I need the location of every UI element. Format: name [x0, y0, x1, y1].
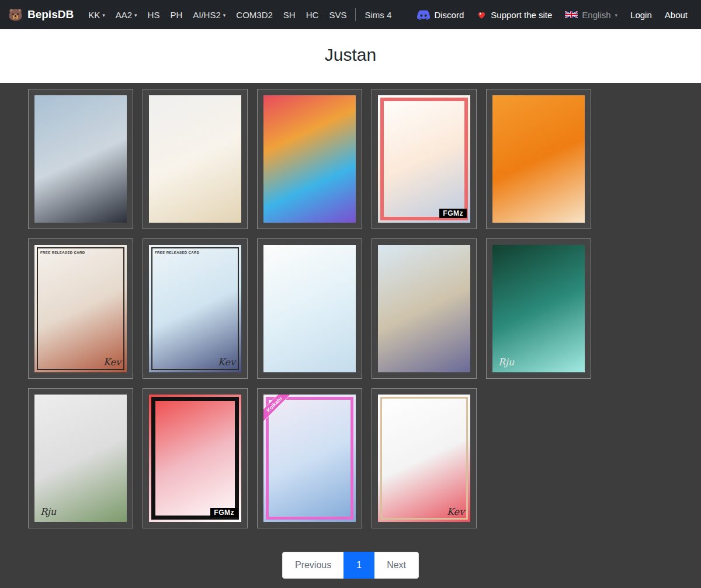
discord-link[interactable]: Discord [412, 6, 469, 23]
title-band: Justan [0, 29, 701, 83]
card-11[interactable]: Rju [28, 388, 133, 528]
card-frame [37, 247, 124, 370]
card-thumbnail-image[interactable]: Koikatu [263, 395, 356, 522]
card-thumbnail-image[interactable]: Rju [492, 245, 585, 372]
page-title: Justan [0, 44, 701, 65]
artist-signature: Rju [40, 506, 56, 517]
nav-item-com3d2[interactable]: COM3D2 [231, 6, 278, 23]
nav-separator [355, 8, 356, 21]
nav-item-label: COM3D2 [236, 10, 273, 20]
free-released-label: FREE RELEASED CARD [155, 251, 200, 254]
card-thumbnail-image[interactable] [263, 95, 356, 223]
artist-signature: Rju [498, 357, 514, 368]
card-thumbnail-image[interactable]: FGMz [378, 95, 470, 223]
card-thumbnail-image[interactable]: FREE RELEASED CARDKev [34, 245, 127, 372]
card-frame [380, 397, 468, 520]
nav-item-label: PH [170, 10, 182, 20]
nav-item-ph[interactable]: PH [165, 6, 188, 23]
card-12[interactable]: FGMz [143, 388, 248, 528]
pagination-previous[interactable]: Previous [282, 552, 344, 579]
card-frame [151, 247, 239, 370]
artist-signature: Kev [447, 506, 464, 517]
nav-item-label: Sims 4 [365, 10, 391, 20]
chevron-down-icon: ▾ [134, 12, 137, 18]
nav-item-label: KK [88, 10, 100, 20]
nav-item-sims4[interactable]: Sims 4 [359, 6, 397, 23]
support-link[interactable]: Support the site [471, 6, 557, 23]
support-label: Support the site [491, 10, 552, 20]
main-nav: KK▾AA2▾HSPHAI/HS2▾COM3D2SHHCSVSSims 4 [83, 6, 397, 23]
artist-signature: Kev [103, 357, 121, 368]
nav-item-label: AI/HS2 [193, 10, 221, 20]
card-5[interactable] [486, 89, 591, 229]
support-icon [477, 10, 487, 20]
nav-item-svs[interactable]: SVS [324, 6, 352, 23]
language-label: English [582, 10, 610, 20]
card-thumbnail-image[interactable] [378, 245, 470, 372]
card-1[interactable] [28, 89, 133, 229]
card-3[interactable] [257, 89, 362, 229]
card-7[interactable]: FREE RELEASED CARDKev [143, 238, 248, 379]
nav-item-kk[interactable]: KK▾ [83, 6, 110, 23]
nav-item-aa2[interactable]: AA2▾ [110, 6, 143, 23]
card-thumbnail-image[interactable] [492, 95, 585, 223]
nav-item-hc[interactable]: HC [301, 6, 324, 23]
card-grid: FGMzFREE RELEASED CARDKevFREE RELEASED C… [28, 89, 673, 528]
nav-item-label: AA2 [116, 10, 132, 20]
card-frame [380, 98, 468, 220]
artist-signature: Kev [218, 357, 235, 368]
nav-item-label: HS [148, 10, 160, 20]
card-thumbnail-image[interactable] [263, 245, 356, 372]
card-thumbnail-image[interactable]: Kev [378, 395, 470, 522]
card-thumbnail-image[interactable] [149, 95, 241, 223]
nav-item-hs[interactable]: HS [143, 6, 165, 23]
nav-item-label: SH [283, 10, 296, 20]
navbar: 🐻 BepisDB KK▾AA2▾HSPHAI/HS2▾COM3D2SHHCSV… [0, 0, 701, 29]
login-link[interactable]: Login [625, 6, 657, 23]
card-4[interactable]: FGMz [372, 89, 477, 229]
card-14[interactable]: Kev [372, 388, 477, 528]
main-content: FGMzFREE RELEASED CARDKevFREE RELEASED C… [0, 83, 701, 583]
uk-flag-icon [565, 11, 578, 18]
pagination-next[interactable]: Next [374, 552, 419, 579]
card-thumbnail-image[interactable]: FGMz [149, 395, 241, 522]
nav-item-aihs2[interactable]: AI/HS2▾ [188, 6, 231, 23]
navbar-right: Discord Support the site [412, 6, 693, 23]
card-2[interactable] [143, 89, 248, 229]
about-link[interactable]: About [660, 6, 693, 23]
card-9[interactable] [372, 238, 477, 379]
language-select[interactable]: English ▾ [560, 6, 623, 23]
nav-item-label: HC [306, 10, 319, 20]
card-frame [266, 397, 353, 520]
free-released-label: FREE RELEASED CARD [40, 251, 85, 254]
card-frame [151, 397, 239, 520]
discord-label: Discord [434, 10, 464, 20]
chevron-down-icon: ▾ [615, 12, 618, 18]
pagination: Previous 1 Next [282, 552, 419, 579]
brand[interactable]: 🐻 BepisDB [8, 8, 74, 21]
card-10[interactable]: Rju [486, 238, 591, 379]
card-6[interactable]: FREE RELEASED CARDKev [28, 238, 133, 379]
card-8[interactable] [257, 238, 362, 379]
card-thumbnail-image[interactable]: Rju [34, 395, 127, 522]
chevron-down-icon: ▾ [102, 12, 105, 18]
nav-item-sh[interactable]: SH [278, 6, 301, 23]
card-13[interactable]: Koikatu [257, 388, 362, 528]
brand-label: BepisDB [27, 8, 74, 21]
chevron-down-icon: ▾ [223, 12, 226, 18]
nav-item-label: SVS [329, 10, 346, 20]
card-thumbnail-image[interactable] [34, 95, 127, 223]
bepisdb-logo-icon: 🐻 [8, 9, 23, 20]
fgmz-badge: FGMz [439, 209, 467, 218]
discord-icon [417, 10, 430, 20]
koikatu-ribbon: Koikatu [263, 395, 296, 426]
card-thumbnail-image[interactable]: FREE RELEASED CARDKev [149, 245, 241, 372]
fgmz-badge: FGMz [210, 508, 238, 517]
pagination-page-1[interactable]: 1 [343, 552, 374, 579]
